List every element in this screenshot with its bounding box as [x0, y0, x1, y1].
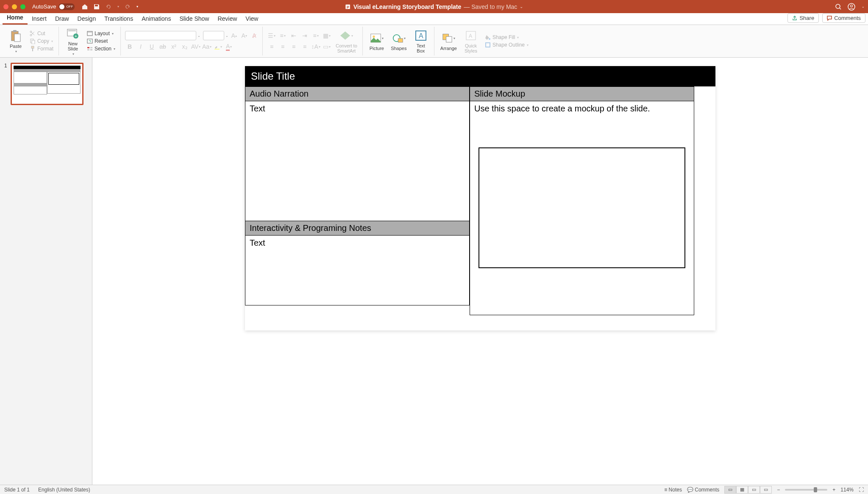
increase-font-button[interactable]: A▴ — [229, 31, 239, 40]
convert-smartart-button[interactable]: ▾ Convert to SmartArt — [334, 28, 359, 54]
highlight-button[interactable]: ▾ — [213, 42, 223, 51]
shapes-button[interactable]: ▾ Shapes — [389, 31, 409, 52]
svg-rect-14 — [32, 48, 33, 51]
fit-to-window-button[interactable]: ⛶ — [859, 487, 864, 493]
line-spacing-button[interactable]: ≡▾ — [311, 31, 320, 40]
subscript-button[interactable]: x₂ — [180, 42, 189, 51]
chevron-down-icon[interactable]: ⌄ — [520, 4, 523, 9]
tab-transitions[interactable]: Transitions — [100, 14, 137, 25]
picture-button[interactable]: ▾ Picture — [367, 31, 387, 52]
align-left-button[interactable]: ≡ — [267, 42, 276, 51]
copy-button[interactable]: Copy▾ — [28, 38, 55, 44]
language-status[interactable]: English (United States) — [38, 487, 90, 493]
slide[interactable]: Slide Title Audio Narration Text Interac… — [245, 66, 715, 330]
strike-button[interactable]: ab — [158, 42, 167, 51]
tab-slideshow[interactable]: Slide Show — [175, 14, 213, 25]
change-case-button[interactable]: Aa▾ — [202, 42, 211, 51]
reset-button[interactable]: Reset — [85, 38, 117, 44]
decrease-indent-button[interactable]: ⇤ — [289, 31, 298, 40]
format-painter-button[interactable]: Format — [28, 45, 55, 52]
copy-icon — [30, 38, 36, 44]
superscript-button[interactable]: x² — [169, 42, 178, 51]
home-icon[interactable] — [81, 3, 88, 10]
account-icon[interactable] — [848, 3, 855, 11]
redo-icon[interactable] — [124, 3, 131, 10]
textbox-button[interactable]: A Text Box — [411, 28, 431, 54]
comments-toggle[interactable]: 💬 Comments — [687, 487, 719, 493]
svg-rect-25 — [90, 49, 92, 50]
align-center-button[interactable]: ≡ — [278, 42, 287, 51]
maximize-window-button[interactable] — [20, 4, 25, 9]
shape-fill-button[interactable]: Shape Fill▾ — [483, 34, 530, 41]
slide-counter[interactable]: Slide 1 of 1 — [4, 487, 30, 493]
tab-draw[interactable]: Draw — [51, 14, 73, 25]
zoom-slider[interactable] — [785, 489, 827, 491]
tab-insert[interactable]: Insert — [28, 14, 51, 25]
audio-narration-header[interactable]: Audio Narration — [245, 86, 470, 101]
tab-design[interactable]: Design — [73, 14, 100, 25]
chevron-down-icon[interactable]: ⌄ — [198, 34, 200, 38]
comments-button[interactable]: Comments — [822, 13, 865, 23]
new-slide-button[interactable]: + New Slide ▾ — [63, 26, 83, 57]
slideshow-view-button[interactable]: ▭ — [760, 486, 772, 494]
font-size-input[interactable] — [203, 31, 224, 40]
tab-view[interactable]: View — [241, 14, 262, 25]
tab-home[interactable]: Home — [3, 12, 28, 25]
autosave-toggle[interactable]: OFF — [58, 3, 75, 10]
normal-view-button[interactable]: ▭ — [724, 486, 736, 494]
notes-toggle[interactable]: ≡ Notes — [664, 487, 682, 493]
reading-view-button[interactable]: ▭ — [748, 486, 760, 494]
clear-format-button[interactable]: A̷ — [250, 31, 259, 40]
italic-button[interactable]: I — [136, 42, 145, 51]
slide-thumbnail-1[interactable] — [11, 63, 83, 105]
document-title[interactable]: P Visual eLearning Storyboard Template —… — [345, 3, 523, 10]
cut-button[interactable]: Cut — [28, 30, 55, 37]
arrange-button[interactable]: ▾ Arrange — [439, 31, 459, 52]
tab-review[interactable]: Review — [213, 14, 241, 25]
minimize-window-button[interactable] — [12, 4, 17, 9]
font-name-input[interactable] — [125, 31, 196, 40]
account-dropdown[interactable]: ⌄ — [862, 5, 865, 8]
justify-button[interactable]: ≡ — [300, 42, 309, 51]
zoom-out-button[interactable]: − — [777, 487, 780, 493]
paste-button[interactable]: Paste ▾ — [6, 28, 25, 54]
layout-button[interactable]: Layout▾ — [85, 30, 117, 37]
bullets-button[interactable]: ☰▾ — [267, 31, 276, 40]
mockup-header[interactable]: Slide Mockup — [470, 86, 694, 101]
undo-icon[interactable] — [105, 3, 112, 10]
align-right-button[interactable]: ≡ — [289, 42, 298, 51]
bold-button[interactable]: B — [125, 42, 134, 51]
search-icon[interactable] — [835, 3, 842, 10]
shape-outline-button[interactable]: Shape Outline▾ — [483, 42, 530, 48]
save-icon[interactable] — [93, 3, 100, 10]
decrease-font-button[interactable]: A▾ — [239, 31, 249, 40]
mockup-placeholder-box[interactable] — [479, 147, 685, 268]
columns-button[interactable]: ▦▾ — [322, 31, 331, 40]
char-spacing-button[interactable]: AV▾ — [191, 42, 200, 51]
autosave-label: AutoSave — [32, 3, 56, 10]
slide-canvas[interactable]: Slide Title Audio Narration Text Interac… — [92, 58, 868, 485]
doc-title-text: Visual eLearning Storyboard Template — [353, 3, 462, 10]
interactivity-header[interactable]: Interactivity & Programing Notes — [245, 221, 470, 236]
numbering-button[interactable]: ≡▾ — [278, 31, 287, 40]
underline-button[interactable]: U — [147, 42, 156, 51]
text-direction-button[interactable]: ↕A▾ — [311, 42, 320, 51]
zoom-level[interactable]: 114% — [840, 487, 854, 493]
close-window-button[interactable] — [3, 4, 8, 9]
audio-narration-body[interactable]: Text — [245, 101, 470, 221]
font-color-button[interactable]: A▾ — [224, 42, 234, 51]
section-button[interactable]: Section▾ — [85, 45, 117, 52]
share-button[interactable]: Share — [787, 13, 819, 23]
qat-customize[interactable]: ▾ — [136, 5, 138, 8]
zoom-in-button[interactable]: + — [832, 487, 835, 493]
slide-title[interactable]: Slide Title — [245, 66, 715, 86]
sorter-view-button[interactable]: ▦ — [736, 486, 748, 494]
increase-indent-button[interactable]: ⇥ — [300, 31, 309, 40]
interactivity-body[interactable]: Text — [245, 236, 470, 305]
tab-animations[interactable]: Animations — [137, 14, 175, 25]
align-text-button[interactable]: ▭▾ — [322, 42, 331, 51]
chevron-down-icon[interactable]: ⌄ — [225, 34, 228, 38]
mockup-body[interactable]: Use this space to create a mockup of the… — [470, 101, 694, 315]
undo-dropdown[interactable]: ▾ — [117, 5, 119, 8]
quick-styles-button[interactable]: A Quick Styles — [461, 28, 481, 54]
